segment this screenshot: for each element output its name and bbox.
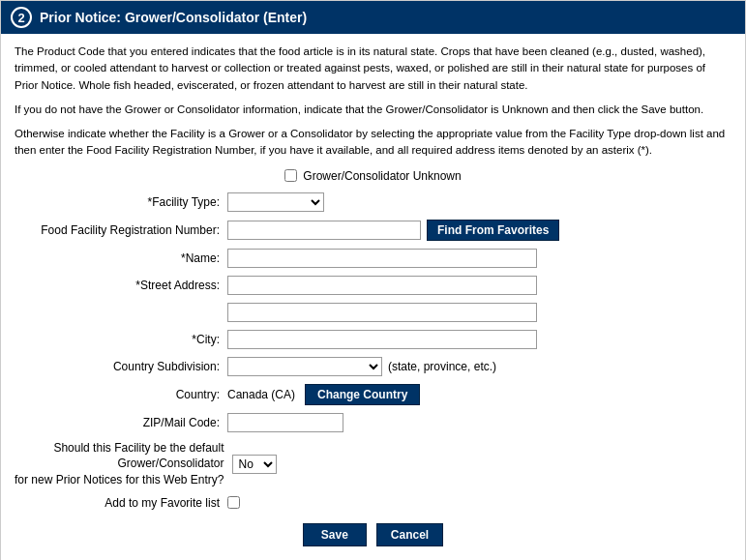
country-subdivision-control: (state, province, etc.) bbox=[227, 357, 731, 376]
page-content: The Product Code that you entered indica… bbox=[1, 34, 745, 560]
street-address-input[interactable] bbox=[227, 276, 537, 295]
page-header: 2 Prior Notice: Grower/Consolidator (Ent… bbox=[1, 1, 745, 34]
country-subdivision-select[interactable] bbox=[227, 357, 382, 376]
default-control: No Yes bbox=[232, 455, 731, 474]
country-subdivision-label: Country Subdivision: bbox=[15, 360, 227, 373]
default-label-line3: for new Prior Notices for this Web Entry… bbox=[15, 473, 224, 486]
street-address2-control bbox=[227, 303, 731, 322]
name-input[interactable] bbox=[227, 249, 537, 268]
bottom-buttons: Save Cancel bbox=[15, 523, 731, 556]
country-subdivision-hint: (state, province, etc.) bbox=[388, 360, 496, 373]
city-input[interactable] bbox=[227, 330, 537, 349]
step-badge: 2 bbox=[11, 7, 32, 28]
zip-control bbox=[227, 413, 731, 432]
grower-unknown-checkbox[interactable] bbox=[284, 169, 297, 182]
city-label: *City: bbox=[15, 333, 227, 346]
info-paragraph-3: Otherwise indicate whether the Facility … bbox=[15, 126, 731, 160]
change-country-button[interactable]: Change Country bbox=[305, 384, 420, 405]
street-address2-row bbox=[15, 303, 731, 322]
save-button[interactable]: Save bbox=[303, 523, 367, 546]
favorite-control bbox=[227, 496, 731, 509]
find-from-favorites-button[interactable]: Find From Favorites bbox=[427, 220, 559, 241]
street-address-row: *Street Address: bbox=[15, 276, 731, 295]
country-control: Canada (CA) Change Country bbox=[227, 384, 731, 405]
food-facility-label: Food Facility Registration Number: bbox=[15, 223, 227, 237]
name-control bbox=[227, 249, 731, 268]
page-title: Prior Notice: Grower/Consolidator (Enter… bbox=[40, 10, 307, 25]
favorite-label: Add to my Favorite list bbox=[15, 496, 227, 510]
zip-label: ZIP/Mail Code: bbox=[15, 416, 227, 429]
facility-type-row: *Facility Type: Grower Consolidator bbox=[15, 192, 731, 212]
facility-type-control: Grower Consolidator bbox=[227, 192, 731, 212]
country-subdivision-row: Country Subdivision: (state, province, e… bbox=[15, 357, 731, 376]
country-value: Canada (CA) bbox=[227, 388, 295, 401]
default-label-line2: Grower/Consolidator bbox=[117, 457, 224, 470]
favorite-checkbox[interactable] bbox=[227, 496, 240, 509]
cancel-button[interactable]: Cancel bbox=[376, 523, 443, 546]
form-section: Grower/Consolidator Unknown *Facility Ty… bbox=[15, 169, 731, 510]
default-label: Should this Facility be the default Grow… bbox=[15, 440, 232, 488]
default-row: Should this Facility be the default Grow… bbox=[15, 440, 731, 488]
street-address-label: *Street Address: bbox=[15, 279, 227, 292]
facility-type-select[interactable]: Grower Consolidator bbox=[227, 192, 324, 212]
country-row: Country: Canada (CA) Change Country bbox=[15, 384, 731, 405]
unknown-checkbox-row: Grower/Consolidator Unknown bbox=[15, 169, 731, 183]
food-facility-input[interactable] bbox=[227, 221, 421, 240]
street-address-control bbox=[227, 276, 731, 295]
street-address2-input[interactable] bbox=[227, 303, 537, 322]
zip-input[interactable] bbox=[227, 413, 343, 432]
info-paragraph-1: The Product Code that you entered indica… bbox=[15, 44, 731, 94]
facility-type-label: *Facility Type: bbox=[15, 195, 227, 209]
zip-row: ZIP/Mail Code: bbox=[15, 413, 731, 432]
default-select[interactable]: No Yes bbox=[232, 455, 277, 474]
name-row: *Name: bbox=[15, 249, 731, 268]
favorite-row: Add to my Favorite list bbox=[15, 496, 731, 510]
country-label: Country: bbox=[15, 388, 227, 401]
city-control bbox=[227, 330, 731, 349]
default-label-line1: Should this Facility be the default bbox=[53, 441, 224, 455]
name-label: *Name: bbox=[15, 251, 227, 265]
city-row: *City: bbox=[15, 330, 731, 349]
food-facility-row: Food Facility Registration Number: Find … bbox=[15, 220, 731, 241]
page-container: 2 Prior Notice: Grower/Consolidator (Ent… bbox=[0, 0, 746, 560]
food-facility-control: Find From Favorites bbox=[227, 220, 731, 241]
info-paragraph-2: If you do not have the Grower or Consoli… bbox=[15, 102, 731, 118]
grower-unknown-label: Grower/Consolidator Unknown bbox=[303, 169, 461, 183]
